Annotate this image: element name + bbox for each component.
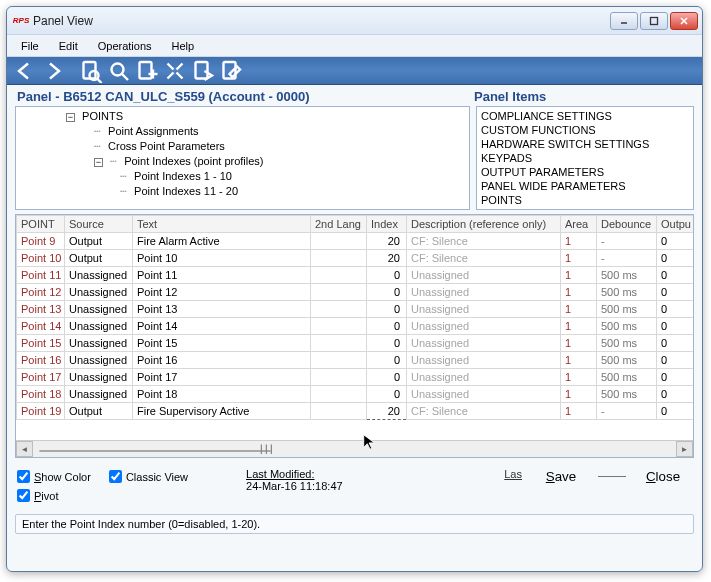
cell[interactable]: Point 17: [133, 369, 311, 386]
cell[interactable]: 1: [561, 318, 597, 335]
maximize-button[interactable]: [640, 12, 668, 30]
pivot-checkbox[interactable]: Pivot: [17, 489, 91, 502]
cell[interactable]: [311, 267, 367, 284]
cell[interactable]: [311, 352, 367, 369]
cell[interactable]: 0: [657, 233, 694, 250]
cell[interactable]: 1: [561, 267, 597, 284]
cell[interactable]: 1: [561, 352, 597, 369]
col-point[interactable]: POINT: [17, 216, 65, 233]
cell[interactable]: 1: [561, 284, 597, 301]
cell[interactable]: Unassigned: [407, 318, 561, 335]
cell[interactable]: Fire Alarm Active: [133, 233, 311, 250]
cell[interactable]: Point 13: [133, 301, 311, 318]
table-row[interactable]: Point 13UnassignedPoint 130Unassigned150…: [17, 301, 694, 318]
minimize-button[interactable]: [610, 12, 638, 30]
cell[interactable]: Point 15: [133, 335, 311, 352]
cell[interactable]: Unassigned: [407, 284, 561, 301]
cell[interactable]: 500 ms: [597, 301, 657, 318]
cell[interactable]: Unassigned: [65, 318, 133, 335]
cell[interactable]: 500 ms: [597, 386, 657, 403]
tree-node-index-1-10[interactable]: ┄ Point Indexes 1 - 10: [20, 169, 465, 184]
list-item[interactable]: KEYPADS: [481, 151, 689, 165]
show-color-checkbox[interactable]: Show Color: [17, 470, 91, 483]
collapse-icon[interactable]: −: [66, 113, 75, 122]
cell[interactable]: 0: [367, 318, 407, 335]
table-row[interactable]: Point 14UnassignedPoint 140Unassigned150…: [17, 318, 694, 335]
cell[interactable]: 500 ms: [597, 267, 657, 284]
col-output[interactable]: Outpu: [657, 216, 694, 233]
cell[interactable]: Unassigned: [65, 301, 133, 318]
cell[interactable]: Point 12: [133, 284, 311, 301]
cell[interactable]: 0: [367, 369, 407, 386]
col-debounce[interactable]: Debounce: [597, 216, 657, 233]
cell[interactable]: 0: [367, 284, 407, 301]
cell[interactable]: Point 19: [17, 403, 65, 420]
cell[interactable]: Point 10: [17, 250, 65, 267]
table-row[interactable]: Point 17UnassignedPoint 170Unassigned150…: [17, 369, 694, 386]
cell[interactable]: -: [597, 250, 657, 267]
list-item[interactable]: OUTPUT PARAMETERS: [481, 165, 689, 179]
cell[interactable]: 0: [367, 386, 407, 403]
collapse-icon[interactable]: −: [94, 158, 103, 167]
cell[interactable]: Output: [65, 403, 133, 420]
cell[interactable]: 0: [367, 301, 407, 318]
cell[interactable]: 1: [561, 301, 597, 318]
cell[interactable]: Unassigned: [407, 335, 561, 352]
cell[interactable]: 500 ms: [597, 335, 657, 352]
table-row[interactable]: Point 9OutputFire Alarm Active20CF: Sile…: [17, 233, 694, 250]
cell[interactable]: Unassigned: [407, 386, 561, 403]
cell[interactable]: Unassigned: [65, 284, 133, 301]
cell[interactable]: Unassigned: [65, 352, 133, 369]
page-arrow-icon[interactable]: [191, 60, 215, 82]
table-row[interactable]: Point 19OutputFire Supervisory Active20C…: [17, 403, 694, 420]
cell[interactable]: Point 13: [17, 301, 65, 318]
forward-icon[interactable]: [41, 60, 65, 82]
cell[interactable]: 0: [657, 267, 694, 284]
menu-operations[interactable]: Operations: [90, 38, 160, 54]
table-row[interactable]: Point 12UnassignedPoint 120Unassigned150…: [17, 284, 694, 301]
cell[interactable]: Point 11: [133, 267, 311, 284]
back-icon[interactable]: [13, 60, 37, 82]
list-item[interactable]: POINTS: [481, 193, 689, 207]
cell[interactable]: 0: [367, 267, 407, 284]
menu-help[interactable]: Help: [164, 38, 203, 54]
cell[interactable]: Unassigned: [407, 267, 561, 284]
cell[interactable]: Point 18: [17, 386, 65, 403]
cell[interactable]: 0: [657, 250, 694, 267]
cell[interactable]: Point 16: [133, 352, 311, 369]
scroll-right-icon[interactable]: ►: [676, 441, 693, 457]
cell[interactable]: [311, 403, 367, 420]
table-row[interactable]: Point 11UnassignedPoint 110Unassigned150…: [17, 267, 694, 284]
cell[interactable]: Point 14: [17, 318, 65, 335]
cell[interactable]: Point 17: [17, 369, 65, 386]
cell[interactable]: Unassigned: [65, 335, 133, 352]
col-text[interactable]: Text: [133, 216, 311, 233]
tree-node-points[interactable]: − POINTS: [20, 109, 465, 124]
cell[interactable]: 0: [657, 335, 694, 352]
tools-icon[interactable]: [163, 60, 187, 82]
cell[interactable]: [311, 386, 367, 403]
cell[interactable]: Point 18: [133, 386, 311, 403]
cell[interactable]: Unassigned: [407, 301, 561, 318]
cell[interactable]: 500 ms: [597, 318, 657, 335]
scroll-thumb[interactable]: [39, 450, 270, 452]
cell[interactable]: [311, 335, 367, 352]
cell[interactable]: 0: [657, 284, 694, 301]
tree-node-point-indexes[interactable]: − ┄ Point Indexes (point profiles): [20, 154, 465, 169]
menu-file[interactable]: File: [13, 38, 47, 54]
cell[interactable]: Point 15: [17, 335, 65, 352]
col-description[interactable]: Description (reference only): [407, 216, 561, 233]
horizontal-scrollbar[interactable]: ◄ ┃┃┃ ►: [16, 440, 693, 457]
cell[interactable]: Point 16: [17, 352, 65, 369]
classic-view-checkbox[interactable]: Classic View: [109, 470, 188, 483]
cell[interactable]: 500 ms: [597, 352, 657, 369]
cell[interactable]: Unassigned: [65, 369, 133, 386]
cell[interactable]: 500 ms: [597, 369, 657, 386]
cell[interactable]: Unassigned: [407, 369, 561, 386]
cell[interactable]: [311, 250, 367, 267]
scroll-left-icon[interactable]: ◄: [16, 441, 33, 457]
cell[interactable]: 500 ms: [597, 284, 657, 301]
tree-node-point-assignments[interactable]: ┄ Point Assignments: [20, 124, 465, 139]
tree-node-index-11-20[interactable]: ┄ Point Indexes 11 - 20: [20, 184, 465, 199]
table-row[interactable]: Point 18UnassignedPoint 180Unassigned150…: [17, 386, 694, 403]
